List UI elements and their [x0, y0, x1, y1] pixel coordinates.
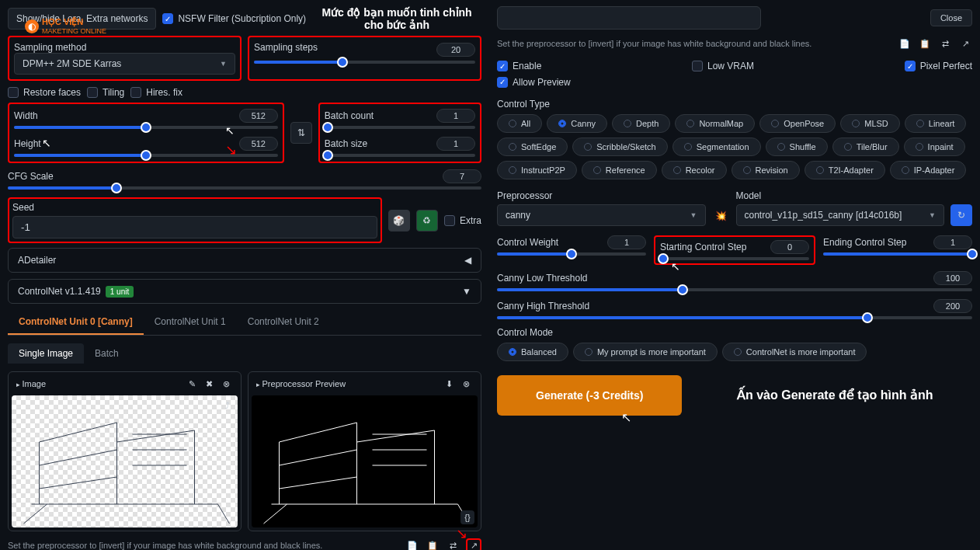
radio-mlsd[interactable]: MLSD [840, 114, 900, 133]
checkbox-icon [130, 87, 141, 98]
starting-step-label: Starting Control Step [660, 242, 746, 252]
swap-icon[interactable]: ⇄ [446, 538, 460, 550]
close-icon[interactable]: ⊗ [219, 377, 233, 391]
batch-size-value[interactable]: 1 [436, 137, 475, 151]
radio-icon [902, 166, 909, 174]
controlnet-accordion[interactable]: ControlNet v1.1.4191 unit ▼ [8, 279, 481, 304]
batch-size-slider[interactable] [325, 154, 475, 157]
starting-step-slider[interactable] [660, 257, 809, 260]
model-dropdown[interactable]: control_v11p_sd15_canny [d14c016b] [736, 204, 945, 226]
hires-fix-checkbox[interactable]: Hires. fix [130, 87, 182, 98]
send-icon[interactable]: ↗ [958, 37, 972, 50]
image-dropzone[interactable]: ⤴ [12, 395, 238, 527]
tab-controlnet-unit-2[interactable]: ControlNet Unit 2 [237, 310, 330, 335]
radio-icon [686, 120, 694, 127]
cfg-scale-value[interactable]: 7 [443, 169, 481, 183]
radio-controlnet-important[interactable]: ControlNet is more important [722, 343, 867, 361]
dice-button[interactable]: 🎲 [388, 210, 410, 231]
radio-icon [509, 348, 516, 356]
refresh-model-button[interactable]: ↻ [950, 204, 972, 226]
radio-recolor[interactable]: Recolor [662, 161, 727, 179]
clipboard-icon[interactable]: 📋 [918, 37, 932, 50]
download-icon[interactable]: ⬇ [442, 377, 456, 391]
seed-input[interactable] [12, 216, 377, 238]
radio-canny[interactable]: Canny [547, 114, 607, 133]
radio-tileblur[interactable]: Tile/Blur [832, 138, 899, 156]
radio-revision[interactable]: Revision [732, 161, 800, 179]
canny-low-label: Canny Low Threshold [497, 273, 588, 284]
preprocessor-dropdown[interactable]: canny [497, 204, 706, 226]
radio-normalmap[interactable]: NormalMap [675, 114, 755, 133]
ending-step-slider[interactable] [823, 252, 972, 256]
low-vram-checkbox[interactable]: Low VRAM [692, 61, 754, 71]
canny-high-slider[interactable] [497, 316, 972, 319]
height-value[interactable]: 512 [239, 137, 278, 151]
subtab-batch[interactable]: Batch [84, 343, 130, 364]
radio-prompt-important[interactable]: My prompt is more important [573, 343, 718, 361]
doc-icon[interactable]: 📄 [898, 37, 912, 50]
logo-text-2: MAKETING ONLINE [42, 27, 106, 35]
sampling-steps-slider[interactable] [254, 61, 475, 64]
sampling-method-dropdown[interactable]: DPM++ 2M SDE Karras [14, 53, 235, 75]
json-icon[interactable]: {} [460, 510, 474, 524]
clipboard-icon[interactable]: 📋 [426, 538, 440, 550]
upload-icon[interactable]: ⤴ [221, 399, 235, 412]
close-button[interactable]: Close [930, 9, 972, 26]
extra-checkbox[interactable]: Extra [444, 215, 481, 226]
width-slider[interactable] [14, 126, 278, 129]
height-slider[interactable] [14, 154, 278, 157]
radio-icon [734, 348, 742, 356]
close-icon[interactable]: ⊗ [459, 377, 473, 391]
clear-icon[interactable]: ✖ [202, 377, 216, 391]
width-value[interactable]: 512 [239, 109, 278, 123]
radio-openpose[interactable]: OpenPose [759, 114, 836, 133]
radio-ip[interactable]: IP-Adapter [890, 161, 967, 179]
image-dropzone-top[interactable] [497, 6, 761, 30]
control-weight-value[interactable]: 1 [607, 235, 646, 249]
radio-scribble[interactable]: Scribble/Sketch [572, 138, 667, 156]
canny-high-value[interactable]: 200 [933, 299, 972, 313]
radio-t2i[interactable]: T2I-Adapter [805, 161, 885, 179]
swap-dimensions-button[interactable]: ⇅ [290, 122, 312, 144]
enable-checkbox[interactable]: Enable [497, 61, 541, 71]
ending-step-value[interactable]: 1 [933, 235, 972, 249]
sampling-method-value: DPM++ 2M SDE Karras [23, 58, 121, 69]
tab-controlnet-unit-0[interactable]: ControlNet Unit 0 [Canny] [8, 310, 144, 335]
pixel-perfect-checkbox[interactable]: Pixel Perfect [905, 61, 972, 71]
edit-icon[interactable]: ✎ [185, 377, 199, 391]
subtab-single-image[interactable]: Single Image [8, 343, 84, 364]
control-weight-slider[interactable] [497, 252, 646, 256]
explosion-icon[interactable]: 💥 [712, 211, 730, 226]
generate-button[interactable]: Generate (-3 Credits) [497, 375, 682, 416]
adetailer-accordion[interactable]: ADetailer ◀ [8, 248, 481, 273]
radio-lineart[interactable]: Lineart [905, 114, 967, 133]
sampling-steps-value[interactable]: 20 [436, 43, 475, 57]
radio-icon [852, 120, 860, 127]
nsfw-filter-checkbox[interactable]: NSFW Filter (Subcription Only) [162, 13, 306, 24]
radio-depth[interactable]: Depth [612, 114, 670, 133]
radio-instructp2p[interactable]: InstructP2P [497, 161, 577, 179]
restore-faces-checkbox[interactable]: Restore faces [8, 87, 81, 98]
doc-icon[interactable]: 📄 [405, 538, 419, 550]
allow-preview-checkbox[interactable]: Allow Preview [497, 77, 571, 88]
batch-count-value[interactable]: 1 [436, 109, 475, 123]
batch-count-slider[interactable] [325, 126, 475, 129]
canny-low-slider[interactable] [497, 288, 972, 291]
send-icon[interactable]: ↗ [466, 538, 481, 550]
swap-icon[interactable]: ⇄ [938, 37, 952, 50]
radio-icon [584, 143, 592, 151]
radio-balanced[interactable]: Balanced [497, 343, 568, 361]
radio-softedge[interactable]: SoftEdge [497, 138, 568, 156]
tiling-checkbox[interactable]: Tiling [87, 87, 124, 98]
starting-step-value[interactable]: 0 [770, 240, 809, 254]
recycle-button[interactable]: ♻ [416, 210, 438, 231]
radio-segmentation[interactable]: Segmentation [672, 138, 761, 156]
cfg-scale-slider[interactable] [8, 186, 481, 190]
radio-shuffle[interactable]: Shuffle [766, 138, 828, 156]
canny-low-value[interactable]: 100 [933, 271, 972, 285]
tab-controlnet-unit-1[interactable]: ControlNet Unit 1 [144, 310, 237, 335]
radio-icon [673, 166, 681, 174]
radio-reference[interactable]: Reference [582, 161, 657, 179]
radio-all[interactable]: All [497, 114, 542, 133]
radio-inpaint[interactable]: Inpaint [904, 138, 965, 156]
